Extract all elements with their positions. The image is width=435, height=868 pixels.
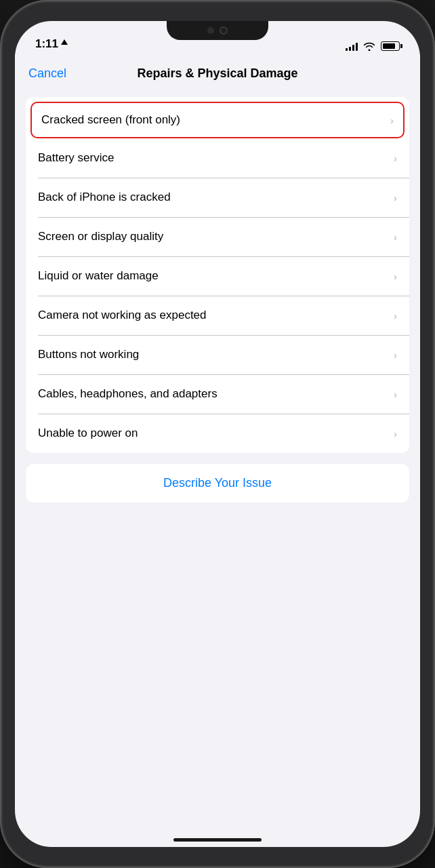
chevron-icon: › — [390, 115, 394, 126]
power-item[interactable]: Unable to power on › — [26, 414, 409, 453]
battery-service-label: Battery service — [38, 151, 114, 165]
cracked-screen-label: Cracked screen (front only) — [41, 113, 180, 127]
status-time: 1:11 — [35, 37, 68, 51]
notch — [167, 21, 268, 40]
nav-header: Cancel Repairs & Physical Damage — [15, 55, 420, 92]
describe-section: Describe Your Issue — [26, 464, 409, 502]
location-icon — [61, 39, 68, 49]
wifi-icon — [363, 41, 375, 51]
describe-issue-label: Describe Your Issue — [163, 476, 272, 490]
chevron-icon: › — [394, 271, 397, 282]
battery-icon — [381, 41, 400, 51]
liquid-damage-label: Liquid or water damage — [38, 269, 159, 283]
status-icons — [346, 41, 400, 51]
time-display: 1:11 — [35, 37, 58, 51]
page-title: Repairs & Physical Damage — [137, 66, 297, 81]
back-cracked-item[interactable]: Back of iPhone is cracked › — [26, 178, 409, 217]
repairs-list: Cracked screen (front only) › Battery se… — [26, 97, 409, 453]
chevron-icon: › — [394, 192, 397, 203]
cables-label: Cables, headphones, and adapters — [38, 387, 218, 401]
signal-bar-3 — [352, 45, 354, 51]
signal-bars-icon — [346, 41, 358, 51]
camera-issue-label: Camera not working as expected — [38, 309, 207, 322]
chevron-icon: › — [394, 310, 397, 321]
highlighted-item-wrapper: Cracked screen (front only) › — [26, 97, 409, 138]
camera-issue-item[interactable]: Camera not working as expected › — [26, 296, 409, 335]
screen: 1:11 — [15, 21, 420, 847]
phone-frame: 1:11 — [0, 0, 435, 868]
content-area: Cracked screen (front only) › Battery se… — [15, 92, 420, 847]
cracked-screen-item[interactable]: Cracked screen (front only) › — [30, 102, 405, 138]
power-label: Unable to power on — [38, 427, 138, 440]
battery-fill — [383, 43, 395, 49]
notch-camera — [220, 26, 228, 35]
buttons-item[interactable]: Buttons not working › — [26, 335, 409, 374]
screen-display-item[interactable]: Screen or display quality › — [26, 217, 409, 256]
screen-display-label: Screen or display quality — [38, 230, 163, 243]
signal-bar-1 — [346, 48, 348, 51]
signal-bar-2 — [349, 47, 351, 51]
battery-service-item[interactable]: Battery service › — [26, 138, 409, 178]
status-bar: 1:11 — [15, 21, 420, 55]
home-indicator — [173, 838, 262, 842]
cables-item[interactable]: Cables, headphones, and adapters › — [26, 374, 409, 414]
cancel-button[interactable]: Cancel — [28, 66, 66, 81]
chevron-icon: › — [394, 349, 397, 361]
buttons-label: Buttons not working — [38, 348, 139, 361]
signal-bar-4 — [356, 43, 358, 51]
liquid-damage-item[interactable]: Liquid or water damage › — [26, 256, 409, 296]
notch-dot — [207, 27, 214, 34]
chevron-icon: › — [394, 389, 397, 400]
chevron-icon: › — [394, 231, 397, 243]
describe-issue-button[interactable]: Describe Your Issue — [26, 464, 409, 502]
chevron-icon: › — [394, 153, 397, 164]
other-items-wrapper: Battery service › Back of iPhone is crac… — [26, 138, 409, 453]
chevron-icon: › — [394, 428, 397, 439]
back-cracked-label: Back of iPhone is cracked — [38, 191, 171, 204]
